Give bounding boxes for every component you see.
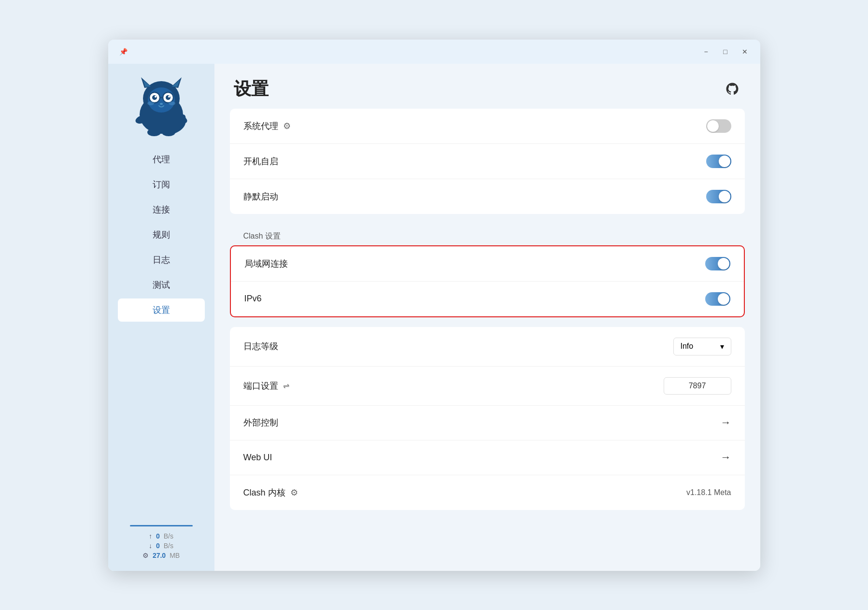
- auto-start-toggle[interactable]: [706, 155, 731, 168]
- web-ui-row[interactable]: Web UI →: [230, 440, 745, 475]
- content-header: 设置: [214, 64, 760, 109]
- app-logo: [132, 73, 190, 136]
- memory-unit: MB: [170, 552, 180, 559]
- download-unit: B/s: [164, 542, 173, 550]
- system-proxy-toggle[interactable]: [706, 119, 731, 133]
- svg-point-14: [155, 96, 157, 98]
- lan-connection-label: 局域网连接: [244, 258, 288, 270]
- ipv6-row: IPv6: [231, 282, 744, 316]
- web-ui-arrow-icon[interactable]: →: [721, 451, 731, 464]
- sidebar-item-proxy[interactable]: 代理: [118, 148, 205, 171]
- upload-unit: B/s: [164, 532, 173, 540]
- memory-stats: ⚙ 27.0 MB: [142, 552, 180, 559]
- svg-point-22: [162, 128, 175, 136]
- nav-items: 代理 订阅 连接 规则 日志 测试 设置: [108, 148, 214, 322]
- sidebar-item-connection[interactable]: 连接: [118, 198, 205, 221]
- port-settings-row: 端口设置 ⇌: [230, 367, 745, 406]
- lan-connection-toggle[interactable]: [705, 257, 730, 270]
- settings-body: 系统代理 ⚙ 开机自启: [214, 109, 760, 571]
- svg-point-15: [168, 96, 170, 98]
- toggle-knob: [718, 258, 729, 270]
- toggle-knob: [719, 191, 730, 202]
- ipv6-toggle[interactable]: [705, 292, 730, 306]
- pin-button[interactable]: 📌: [116, 44, 131, 59]
- auto-start-label: 开机自启: [243, 156, 278, 167]
- download-speed: 0: [156, 542, 160, 550]
- shuffle-icon[interactable]: ⇌: [283, 381, 289, 390]
- content-area: 设置 系统代理 ⚙: [214, 64, 760, 571]
- toggle-knob: [707, 120, 719, 132]
- memory-value: 27.0: [153, 552, 166, 559]
- github-button[interactable]: [724, 80, 741, 98]
- upload-arrow: ↑: [149, 532, 152, 540]
- silent-start-row: 静默启动: [230, 179, 745, 214]
- log-level-label: 日志等级: [243, 340, 278, 352]
- external-control-row[interactable]: 外部控制 →: [230, 406, 745, 440]
- stats-divider: [130, 525, 193, 526]
- svg-point-17: [147, 101, 154, 105]
- upload-speed: 0: [156, 532, 160, 540]
- system-proxy-gear-icon[interactable]: ⚙: [283, 121, 291, 131]
- system-settings-card: 系统代理 ⚙ 开机自启: [230, 109, 745, 214]
- sidebar-item-logs[interactable]: 日志: [118, 248, 205, 271]
- toggle-knob: [719, 156, 730, 167]
- external-control-label: 外部控制: [243, 417, 278, 428]
- log-level-dropdown[interactable]: Info ▾: [673, 338, 731, 355]
- system-proxy-row: 系统代理 ⚙: [230, 109, 745, 144]
- minimize-button[interactable]: −: [698, 44, 714, 59]
- main-window: 📌 − □ ✕: [108, 40, 760, 571]
- clash-highlighted-card: 局域网连接 IPv6: [230, 245, 745, 317]
- sidebar-item-subscribe[interactable]: 订阅: [118, 173, 205, 196]
- download-arrow: ↓: [149, 542, 152, 550]
- svg-point-12: [152, 95, 157, 100]
- main-layout: 代理 订阅 连接 规则 日志 测试 设置: [108, 64, 760, 571]
- github-icon: [725, 82, 740, 96]
- clash-core-label: Clash 内核: [243, 487, 285, 498]
- sidebar-stats: ↑ 0 B/s ↓ 0 B/s ⚙ 27.0 MB: [108, 525, 214, 559]
- ipv6-label: IPv6: [244, 294, 262, 304]
- memory-icon: ⚙: [142, 552, 149, 559]
- clash-other-card: 日志等级 Info ▾ 端口设置 ⇌: [230, 327, 745, 510]
- silent-start-label: 静默启动: [243, 191, 278, 202]
- download-stats: ↓ 0 B/s: [149, 542, 173, 550]
- log-level-row: 日志等级 Info ▾: [230, 327, 745, 367]
- svg-point-21: [147, 128, 161, 136]
- port-settings-input[interactable]: [664, 377, 731, 395]
- dropdown-chevron-icon: ▾: [720, 342, 724, 351]
- svg-point-18: [169, 101, 175, 105]
- web-ui-label: Web UI: [243, 453, 272, 463]
- svg-point-16: [160, 103, 163, 105]
- sidebar-item-rules[interactable]: 规则: [118, 223, 205, 246]
- system-proxy-label: 系统代理: [243, 120, 278, 132]
- sidebar-item-test[interactable]: 测试: [118, 273, 205, 297]
- external-control-arrow-icon[interactable]: →: [721, 416, 731, 429]
- close-button[interactable]: ✕: [737, 44, 753, 59]
- auto-start-row: 开机自启: [230, 144, 745, 179]
- clash-core-row: Clash 内核 ⚙ v1.18.1 Meta: [230, 475, 745, 510]
- svg-point-13: [166, 95, 171, 100]
- page-title: 设置: [234, 77, 269, 101]
- clash-core-gear-icon[interactable]: ⚙: [290, 487, 298, 498]
- sidebar: 代理 订阅 连接 规则 日志 测试 设置: [108, 64, 214, 571]
- silent-start-toggle[interactable]: [706, 190, 731, 203]
- sidebar-item-settings[interactable]: 设置: [118, 298, 205, 322]
- port-settings-label: 端口设置: [243, 380, 278, 392]
- clash-core-version: v1.18.1 Meta: [686, 488, 731, 497]
- toggle-knob: [718, 293, 729, 305]
- maximize-button[interactable]: □: [718, 44, 733, 59]
- lan-connection-row: 局域网连接: [231, 246, 744, 282]
- clash-section-title: Clash 设置: [230, 224, 745, 245]
- upload-stats: ↑ 0 B/s: [149, 532, 173, 540]
- titlebar: 📌 − □ ✕: [108, 40, 760, 64]
- log-level-value: Info: [681, 342, 694, 351]
